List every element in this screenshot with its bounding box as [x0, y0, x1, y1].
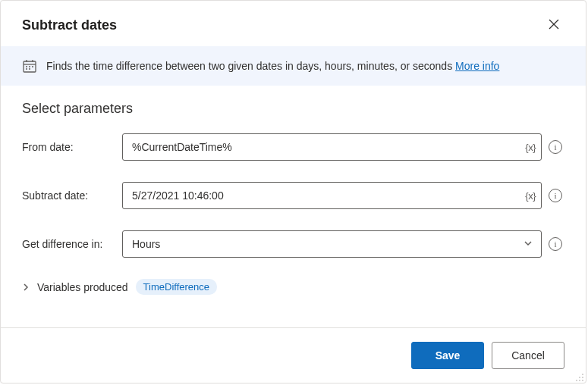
close-icon — [549, 19, 559, 32]
row-from-date: From date: {x} i — [22, 133, 564, 161]
info-icon[interactable]: i — [549, 140, 562, 154]
dialog-header: Subtract dates — [1, 1, 586, 46]
get-difference-value: Hours — [132, 238, 160, 250]
dialog-content: Select parameters From date: {x} i Subtr… — [1, 86, 586, 327]
from-date-label: From date: — [22, 141, 118, 153]
get-difference-label: Get difference in: — [22, 238, 118, 250]
info-bar: Finds the time difference between two gi… — [1, 46, 586, 86]
subtract-date-label: Subtract date: — [22, 189, 118, 202]
more-info-link[interactable]: More info — [455, 60, 499, 72]
get-difference-select[interactable]: Hours — [122, 230, 542, 258]
dialog-footer: Save Cancel — [1, 327, 586, 383]
save-button[interactable]: Save — [411, 342, 484, 369]
from-date-input[interactable] — [122, 133, 542, 161]
info-icon[interactable]: i — [549, 237, 562, 251]
dialog-title: Subtract dates — [22, 17, 117, 33]
info-bar-text: Finds the time difference between two gi… — [46, 60, 499, 72]
svg-point-15 — [579, 380, 580, 381]
variable-output-pill[interactable]: TimeDifference — [136, 279, 217, 295]
dialog-description: Finds the time difference between two gi… — [46, 60, 452, 72]
subtract-date-input[interactable] — [122, 182, 542, 209]
resize-grip-icon[interactable] — [575, 372, 584, 381]
variables-produced-row[interactable]: Variables produced TimeDifference — [22, 279, 564, 295]
svg-point-14 — [576, 380, 577, 381]
svg-point-13 — [582, 377, 583, 378]
dialog: Subtract dates Finds the — [0, 0, 586, 383]
row-subtract-date: Subtract date: {x} i — [22, 182, 564, 209]
calendar-icon — [22, 58, 37, 74]
variables-produced-label: Variables produced — [37, 281, 128, 293]
svg-point-12 — [579, 377, 580, 378]
section-title: Select parameters — [22, 101, 564, 117]
cancel-button[interactable]: Cancel — [492, 342, 564, 369]
chevron-right-icon — [22, 281, 30, 293]
row-get-difference: Get difference in: Hours i — [22, 230, 564, 258]
close-button[interactable] — [543, 14, 564, 36]
info-icon[interactable]: i — [549, 189, 562, 202]
svg-point-16 — [582, 380, 583, 381]
svg-point-11 — [582, 374, 583, 375]
